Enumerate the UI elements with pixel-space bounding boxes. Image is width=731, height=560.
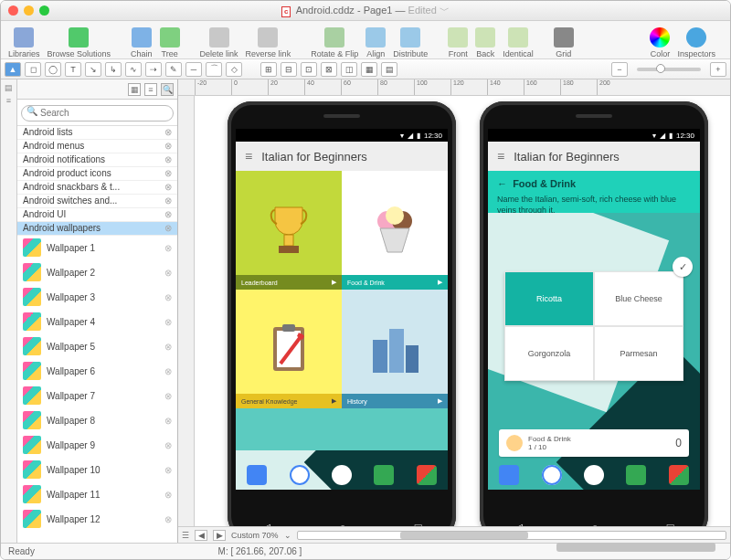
tool-btn[interactable]: ▤ [381,62,397,77]
tool-btn[interactable]: ▦ [361,62,377,77]
quiz-breadcrumb[interactable]: ← Food & Drink [497,178,691,189]
dock-apps-icon[interactable] [332,465,352,485]
toolbar-browse-solutions[interactable]: Browse Solutions [48,27,111,58]
submit-fab[interactable]: ✓ [673,257,693,277]
recent-icon[interactable]: □ [415,521,422,526]
library-item[interactable]: Wallpaper 11⊗ [17,482,177,507]
library-item[interactable]: Wallpaper 9⊗ [17,433,177,458]
library-item[interactable]: Wallpaper 5⊗ [17,334,177,359]
close-icon[interactable]: ⊗ [164,195,172,206]
close-icon[interactable]: ⊗ [164,514,172,524]
category-item[interactable]: Android wallpapers⊗ [17,222,177,236]
close-icon[interactable]: ⊗ [164,416,172,426]
tool-btn[interactable]: ⊡ [301,62,317,77]
home-icon[interactable]: ○ [339,521,346,526]
toolbar-reverse-link[interactable]: Reverse link [246,27,291,58]
tool-btn[interactable]: ◇ [226,62,242,77]
close-icon[interactable]: ⊗ [164,268,172,278]
zoom-out-button[interactable]: − [611,62,628,77]
close-icon[interactable]: ⊗ [164,465,172,475]
close-icon[interactable]: ⊗ [164,317,172,327]
dock-apps-icon[interactable] [584,465,604,485]
close-icon[interactable]: ⊗ [164,154,172,164]
tool-btn[interactable]: ↘ [85,62,101,77]
page-menu-icon[interactable]: ☰ [182,531,189,540]
toolbar-identical[interactable]: Identical [503,27,534,58]
rail-icon[interactable]: ▤ [5,83,13,92]
close-icon[interactable]: ⊗ [164,141,172,151]
zoom-label[interactable]: Custom 70% [231,531,279,540]
toolbar-delete-link[interactable]: Delete link [200,27,238,58]
status-scroll[interactable] [556,543,715,552]
close-icon[interactable]: ⊗ [164,440,172,450]
library-item[interactable]: Wallpaper 8⊗ [17,408,177,433]
toolbar-tree[interactable]: Tree [160,27,180,58]
dock-maps-icon[interactable] [417,465,437,485]
tool-btn[interactable]: ⌒ [206,62,222,77]
toolbar-align[interactable]: Align [366,27,386,58]
h-scrollbar[interactable] [297,531,726,540]
zoom-in-button[interactable]: + [710,62,726,77]
back-icon[interactable]: ◁ [261,521,270,526]
close-icon[interactable]: ⊗ [164,243,172,253]
tool-btn[interactable]: T [65,62,81,77]
category-item[interactable]: Android product icons⊗ [17,167,177,181]
toolbar-distribute[interactable]: Distribute [393,27,428,58]
dock-icon[interactable] [499,465,519,485]
dock-icon[interactable] [626,465,646,485]
dock-maps-icon[interactable] [669,465,689,485]
category-item[interactable]: Android switches and...⊗ [17,195,177,208]
recent-icon[interactable]: □ [667,521,674,526]
library-item[interactable]: Wallpaper 4⊗ [17,310,177,334]
pointer-tool[interactable]: ▲ [5,62,21,77]
toolbar-chain[interactable]: Chain [131,27,153,58]
back-icon[interactable]: ◁ [514,521,523,526]
tool-btn[interactable]: ─ [185,62,202,77]
library-item[interactable]: Wallpaper 3⊗ [17,285,177,310]
answer-option[interactable]: Parmesan [594,326,683,381]
search-view-button[interactable]: 🔍 [161,83,174,96]
category-item[interactable]: Android lists⊗ [17,126,177,140]
list-view-button[interactable]: ≡ [144,83,157,96]
tool-btn[interactable]: ◫ [341,62,357,77]
close-icon[interactable]: ⊗ [164,342,172,352]
category-item[interactable]: Android snackbars & t...⊗ [17,181,177,195]
toolbar-front[interactable]: Front [448,27,468,58]
close-icon[interactable]: ⊗ [164,209,172,219]
tool-btn[interactable]: ∿ [125,62,142,77]
toolbar-grid[interactable]: Grid [554,27,574,58]
dock-icon[interactable] [290,465,310,485]
tool-btn[interactable]: ◻ [25,62,41,77]
close-icon[interactable]: ⊗ [164,223,172,233]
close-icon[interactable]: ⊗ [164,182,172,192]
chevron-down-icon[interactable]: ⌄ [284,531,291,540]
tool-btn[interactable]: ⊞ [260,62,277,77]
grid-view-button[interactable]: ▦ [128,83,141,96]
tool-btn[interactable]: ◯ [45,62,61,77]
tool-btn[interactable]: ⇢ [145,62,162,77]
page-prev-button[interactable]: ◀ [195,530,207,541]
canvas[interactable]: ▾ ◢ ▮ 12:30 ≡ Italian for Beginners [195,96,730,526]
close-icon[interactable]: ⊗ [164,292,172,302]
title-dropdown-icon[interactable]: ﹀ [440,5,450,16]
answer-option[interactable]: Ricotta [504,271,594,326]
library-item[interactable]: Wallpaper 1⊗ [17,236,177,260]
card-food-drink[interactable]: Food & Drink▶ [342,171,448,290]
page-next-button[interactable]: ▶ [213,530,226,541]
phone-mockup-2[interactable]: ▾ ◢ ▮ 12:30 ≡ Italian for Beginners ← Fo… [480,101,708,526]
card-general-knowledge[interactable]: General Knowledge▶ [236,290,342,408]
hamburger-icon[interactable]: ≡ [245,149,252,164]
phone-mockup-1[interactable]: ▾ ◢ ▮ 12:30 ≡ Italian for Beginners [228,101,456,526]
library-item[interactable]: Wallpaper 2⊗ [17,260,177,285]
close-icon[interactable]: ⊗ [164,168,172,178]
dock-icon[interactable] [247,465,267,485]
answer-option[interactable]: Gorgonzola [504,326,594,381]
home-icon[interactable]: ○ [591,521,599,526]
toolbar-back[interactable]: Back [475,27,495,58]
rail-icon[interactable]: ≡ [6,96,11,105]
category-item[interactable]: Android notifications⊗ [17,153,177,167]
close-icon[interactable]: ⊗ [164,127,172,137]
toolbar-rotate-flip[interactable]: Rotate & Flip [311,27,358,58]
close-icon[interactable]: ⊗ [164,490,172,500]
close-icon[interactable]: ⊗ [164,366,172,376]
